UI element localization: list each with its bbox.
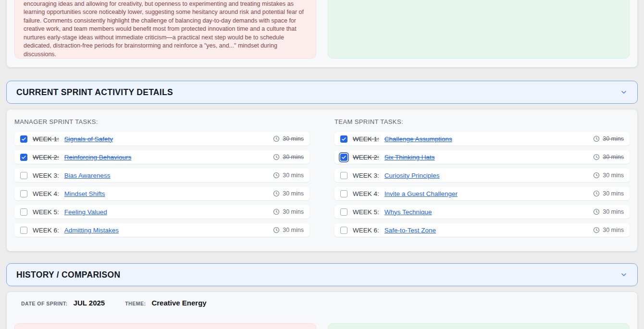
task-checkbox[interactable] (340, 227, 347, 234)
duration-text: 30 mins (603, 135, 624, 142)
sprint-meta-row: DATE OF SPRINT: JUL 2025 THEME: Creative… (14, 299, 630, 308)
duration-text: 30 mins (283, 135, 304, 142)
manager-task-list: WEEK 1:Signals of Safety30 minsWEEK 2:Re… (14, 132, 310, 237)
task-duration: 30 mins (593, 154, 624, 160)
task-link[interactable]: Safe-to-Test Zone (384, 227, 436, 234)
task-duration: 30 mins (593, 135, 624, 142)
sprint-details-header[interactable]: CURRENT SPRINT ACTIVITY DETAILS (6, 81, 638, 104)
task-row: WEEK 5:Feeling Valued30 mins (14, 205, 310, 219)
task-row: WEEK 6:Admitting Mistakes30 mins (14, 223, 310, 237)
clock-icon (273, 154, 280, 160)
task-duration: 30 mins (273, 172, 304, 179)
history-team-panel (328, 323, 630, 329)
clock-icon (273, 227, 280, 233)
task-checkbox[interactable] (20, 172, 27, 179)
task-row: WEEK 1:Challenge Assumptions30 mins (334, 132, 630, 146)
task-duration: 30 mins (593, 208, 624, 215)
chevron-down-icon[interactable] (620, 88, 628, 96)
task-checkbox[interactable] (20, 154, 27, 161)
task-link[interactable]: Admitting Mistakes (64, 227, 119, 234)
task-row: WEEK 3:Bias Awareness30 mins (14, 169, 310, 182)
task-row: WEEK 5:Whys Technique30 mins (334, 205, 630, 219)
team-task-list: WEEK 1:Challenge Assumptions30 minsWEEK … (334, 132, 630, 237)
manager-tasks-label: MANAGER SPRINT TASKS: (14, 118, 310, 125)
task-link[interactable]: Challenge Assumptions (384, 135, 452, 143)
clock-icon (593, 172, 600, 179)
duration-text: 30 mins (603, 154, 624, 160)
page-root: This week's Energy Snapshot focuses on C… (0, 0, 644, 329)
duration-text: 30 mins (283, 208, 304, 215)
task-duration: 30 mins (593, 190, 624, 197)
task-link[interactable]: Bias Awareness (64, 172, 111, 179)
week-label: WEEK 2: (353, 154, 379, 161)
manager-insight-text: This week's Energy Snapshot focuses on C… (24, 0, 307, 59)
week-label: WEEK 1: (33, 135, 59, 143)
week-label: WEEK 3: (353, 172, 379, 179)
task-row: WEEK 2:Six Thinking Hats30 mins (334, 150, 630, 164)
manager-insight-panel: This week's Energy Snapshot focuses on C… (14, 0, 316, 59)
history-panels (14, 323, 630, 329)
duration-text: 30 mins (603, 172, 624, 179)
clock-icon (593, 208, 600, 215)
task-duration: 30 mins (593, 172, 624, 179)
duration-text: 30 mins (283, 172, 304, 179)
clock-icon (273, 135, 280, 142)
week-label: WEEK 1: (353, 135, 379, 143)
duration-text: 30 mins (603, 227, 624, 233)
task-row: WEEK 4:Mindset Shifts30 mins (14, 187, 310, 200)
task-row: WEEK 3:Curiosity Principles30 mins (334, 169, 630, 182)
task-checkbox[interactable] (340, 154, 347, 161)
task-checkbox[interactable] (340, 208, 347, 216)
task-link[interactable]: Signals of Safety (64, 135, 113, 143)
task-link[interactable]: Invite a Guest Challenger (384, 190, 458, 197)
task-duration: 30 mins (273, 154, 304, 160)
energy-snapshot-card: This week's Energy Snapshot focuses on C… (7, 0, 637, 67)
task-checkbox[interactable] (340, 135, 347, 143)
task-duration: 30 mins (273, 190, 304, 197)
clock-icon (273, 190, 280, 197)
theme-value: Creative Energy (151, 299, 206, 307)
duration-text: 30 mins (283, 190, 304, 197)
team-insight-panel: N/A (328, 0, 630, 59)
duration-text: 30 mins (603, 208, 624, 215)
clock-icon (273, 208, 280, 215)
task-duration: 30 mins (273, 208, 304, 215)
task-link[interactable]: Whys Technique (384, 208, 432, 216)
team-tasks-column: TEAM SPRINT TASKS: WEEK 1:Challenge Assu… (334, 117, 630, 237)
task-checkbox[interactable] (20, 190, 27, 197)
week-label: WEEK 3: (33, 172, 59, 179)
clock-icon (273, 172, 280, 179)
task-checkbox[interactable] (340, 190, 347, 197)
task-row: WEEK 1:Signals of Safety30 mins (14, 132, 310, 146)
clock-icon (593, 154, 600, 160)
sprint-details-title: CURRENT SPRINT ACTIVITY DETAILS (16, 87, 173, 97)
history-header[interactable]: HISTORY / COMPARISON (6, 263, 638, 286)
task-link[interactable]: Curiosity Principles (384, 172, 440, 179)
task-link[interactable]: Feeling Valued (64, 208, 107, 216)
chevron-down-icon[interactable] (620, 271, 628, 279)
task-link[interactable]: Reinforcing Behaviours (64, 154, 132, 161)
week-label: WEEK 6: (33, 227, 59, 234)
clock-icon (593, 190, 600, 197)
week-label: WEEK 5: (353, 208, 379, 216)
sprint-columns: MANAGER SPRINT TASKS: WEEK 1:Signals of … (14, 117, 630, 237)
date-of-sprint-label: DATE OF SPRINT: (21, 299, 68, 308)
date-of-sprint-value: JUL 2025 (74, 299, 105, 307)
task-checkbox[interactable] (20, 208, 27, 216)
week-label: WEEK 2: (33, 154, 59, 161)
clock-icon (593, 135, 600, 142)
task-link[interactable]: Mindset Shifts (64, 190, 105, 197)
task-row: WEEK 6:Safe-to-Test Zone30 mins (334, 223, 630, 237)
duration-text: 30 mins (283, 154, 304, 160)
manager-tasks-column: MANAGER SPRINT TASKS: WEEK 1:Signals of … (14, 117, 310, 237)
task-checkbox[interactable] (340, 172, 347, 179)
task-row: WEEK 2:Reinforcing Behaviours30 mins (14, 150, 310, 164)
theme-label: THEME: (125, 299, 146, 308)
clock-icon (593, 227, 600, 233)
task-checkbox[interactable] (20, 135, 27, 143)
task-link[interactable]: Six Thinking Hats (384, 154, 435, 161)
week-label: WEEK 4: (33, 190, 59, 197)
task-checkbox[interactable] (20, 227, 27, 234)
history-title: HISTORY / COMPARISON (16, 270, 120, 280)
task-duration: 30 mins (273, 227, 304, 233)
